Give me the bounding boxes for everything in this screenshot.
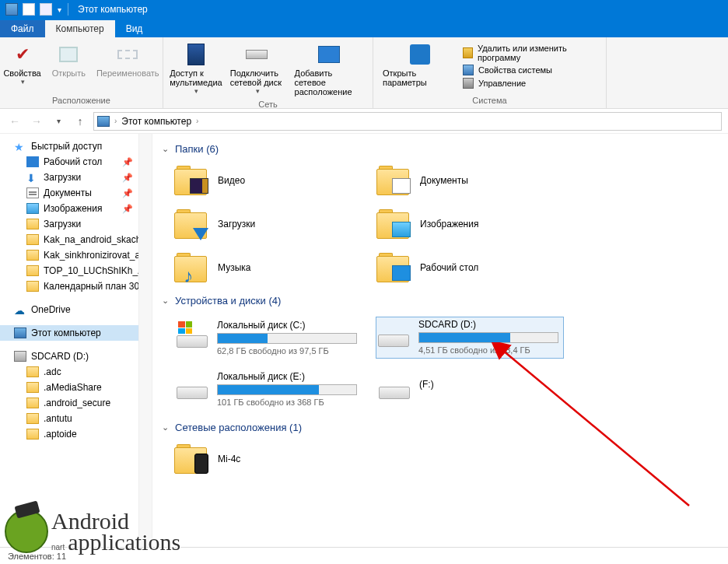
sidebar-documents[interactable]: Документы📌 — [0, 185, 152, 201]
media-access-button[interactable]: Доступ к мультимедиа ▾ — [168, 40, 224, 98]
folder-icon — [26, 366, 39, 377]
manage-icon — [463, 78, 474, 89]
desktop-folder-icon — [376, 253, 409, 282]
sidebar-onedrive[interactable]: ☁OneDrive — [0, 302, 152, 317]
group-location-label: Расположение — [52, 94, 110, 105]
chevron-down-icon: ⌄ — [162, 422, 169, 433]
sidebar-sd-3[interactable]: .android_secure — [0, 395, 152, 411]
qat-icon-2[interactable] — [40, 3, 52, 16]
drive-e-icon — [177, 371, 208, 399]
open-settings-label: Открыть параметры — [383, 68, 457, 87]
navigation-bar: ← → ▾ ↑ › Этот компьютер › — [0, 109, 728, 134]
properties-button[interactable]: ✔ Свойства ▾ — [0, 40, 46, 87]
sidebar-folder-2[interactable]: Kak_sinkhronizirovat_android — [0, 247, 152, 263]
documents-label: Документы — [420, 175, 468, 186]
downloads2-label: Загрузки — [44, 219, 81, 229]
chevron-down-icon: ⌄ — [162, 144, 169, 154]
sidebar-quick-access[interactable]: ★Быстрый доступ — [0, 138, 152, 154]
settings-icon — [408, 42, 432, 67]
folder-downloads[interactable]: Загрузки — [174, 209, 361, 239]
manage-label: Управление — [478, 79, 526, 88]
sidebar-downloads[interactable]: ⬇Загрузки📌 — [0, 170, 152, 185]
navigation-pane: ▴ ★Быстрый доступ Рабочий стол📌 ⬇Загрузк… — [0, 134, 152, 547]
desktop-icon — [26, 156, 39, 167]
recent-dropdown[interactable]: ▾ — [50, 113, 67, 130]
section-network-header[interactable]: ⌄Сетевые расположения (1) — [159, 415, 722, 438]
add-network-location-button[interactable]: Добавить сетевое расположение — [290, 40, 368, 98]
chevron-right-icon[interactable]: › — [113, 117, 118, 125]
map-network-drive-button[interactable]: Подключить сетевой диск ▾ — [226, 40, 289, 98]
group-network-label: Сеть — [258, 98, 277, 109]
drive-d-sdcard[interactable]: SDCARD (D:)4,51 ГБ свободно из 13,4 ГБ — [376, 317, 563, 358]
drive-e[interactable]: Локальный диск (E:)101 ГБ свободно из 36… — [174, 369, 361, 409]
sidebar-this-pc[interactable]: Этот компьютер — [0, 325, 152, 341]
pictures-label: Изображения — [44, 203, 102, 214]
sidebar-folder-4[interactable]: Календарный план 30 школа — [0, 278, 152, 294]
tab-file[interactable]: Файл — [0, 20, 45, 37]
title-bar: ▾ Этот компьютер — [0, 0, 728, 19]
uninstall-program-button[interactable]: Удалить или изменить программу — [463, 44, 601, 62]
tab-computer[interactable]: Компьютер — [45, 20, 115, 37]
pictures-icon — [26, 203, 39, 214]
section-drives-header[interactable]: ⌄Устройства и диски (4) — [159, 289, 722, 311]
netdrive-label: Подключить сетевой диск — [230, 68, 284, 87]
chevron-down-icon: ⌄ — [162, 296, 169, 306]
section-folders-header[interactable]: ⌄Папки (6) — [159, 137, 722, 159]
address-bar[interactable]: › Этот компьютер › — [93, 112, 722, 131]
video-folder-icon — [174, 166, 207, 195]
folder-icon — [26, 413, 39, 424]
downloads-folder-icon — [174, 209, 207, 239]
f2-label: Kak_sinkhronizirovat_android — [44, 250, 152, 261]
back-button[interactable]: ← — [6, 113, 23, 130]
uninstall-label: Удалить или изменить программу — [478, 44, 601, 62]
qat-icon-1[interactable] — [23, 3, 35, 16]
sidebar-downloads-2[interactable]: Загрузки — [0, 216, 152, 232]
up-button[interactable]: ↑ — [72, 113, 89, 130]
drive-d-icon — [378, 319, 409, 347]
drive-f[interactable]: (F:) — [376, 369, 563, 409]
sidebar-desktop[interactable]: Рабочий стол📌 — [0, 154, 152, 170]
sidebar-folder-3[interactable]: TOP_10_LUChShIKh_ANDROID — [0, 263, 152, 278]
network-device-mi4c[interactable]: Mi-4c — [174, 444, 722, 474]
addnet-label: Добавить сетевое расположение — [295, 68, 363, 96]
star-icon: ★ — [14, 141, 26, 152]
drive-c-bar — [217, 333, 357, 344]
video-label: Видео — [218, 175, 245, 186]
scroll-up-icon[interactable]: ▴ — [145, 134, 149, 142]
sidebar-sd-1[interactable]: .adc — [0, 364, 152, 380]
drive-c-name: Локальный диск (C:) — [217, 320, 359, 331]
sidebar-sd-4[interactable]: .antutu — [0, 411, 152, 426]
ribbon-tabs: Файл Компьютер Вид — [0, 19, 728, 37]
s2-label: .aMediaShare — [44, 382, 102, 393]
qat-dropdown-icon[interactable]: ▾ — [58, 5, 61, 14]
group-system-label: Система — [472, 94, 506, 105]
folder-video[interactable]: Видео — [174, 166, 361, 195]
sidebar-sd-2[interactable]: .aMediaShare — [0, 380, 152, 395]
music-label: Музыка — [218, 262, 250, 273]
folder-pictures[interactable]: Изображения — [376, 209, 563, 239]
sidebar-sd-5[interactable]: .aptoide — [0, 426, 152, 442]
manage-button[interactable]: Управление — [463, 78, 601, 89]
downloads-label: Загрузки — [218, 219, 255, 229]
sidebar-pictures[interactable]: Изображения📌 — [0, 201, 152, 216]
chevron-right-icon[interactable]: › — [194, 117, 200, 125]
netdrive-icon — [244, 42, 269, 67]
sidebar-sdcard[interactable]: SDCARD (D:) — [0, 349, 152, 364]
folder-desktop[interactable]: Рабочий стол — [376, 253, 563, 282]
media-label: Доступ к мультимедиа — [170, 68, 222, 87]
window-icon — [5, 3, 18, 16]
folder-music[interactable]: ♪Музыка — [174, 253, 361, 282]
section-folders-label: Папки (6) — [175, 143, 219, 155]
pin-icon: 📌 — [122, 173, 133, 183]
drive-c[interactable]: Локальный диск (C:)62,8 ГБ свободно из 9… — [174, 317, 361, 358]
folder-documents[interactable]: Документы — [376, 166, 563, 195]
tab-view[interactable]: Вид — [115, 20, 154, 37]
sidebar-folder-1[interactable]: Kak_na_android_skachat_video — [0, 232, 152, 247]
forward-button[interactable]: → — [28, 113, 45, 130]
sysprops-icon — [463, 65, 474, 75]
system-properties-button[interactable]: Свойства системы — [463, 65, 601, 75]
thispc-label: Этот компьютер — [31, 328, 101, 338]
rename-button: Переименовать — [92, 40, 164, 87]
open-settings-button[interactable]: Открыть параметры — [378, 40, 461, 89]
breadcrumb-this-pc[interactable]: Этот компьютер — [118, 116, 194, 127]
